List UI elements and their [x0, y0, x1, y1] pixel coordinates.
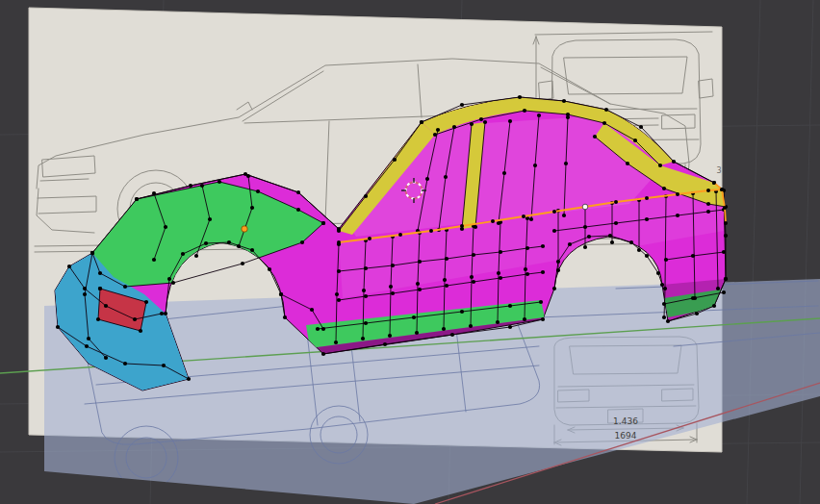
mesh-vertex — [250, 206, 254, 210]
mesh-vertex — [98, 271, 102, 275]
mesh-vertex — [529, 217, 533, 221]
mesh-vertex — [321, 221, 325, 225]
mesh-vertex — [508, 304, 512, 308]
mesh-vertex — [583, 245, 587, 249]
mesh-vertex — [497, 271, 500, 275]
mesh-vertex — [425, 177, 429, 181]
mesh-vertex — [564, 162, 568, 165]
mesh-vertex — [552, 210, 556, 214]
mesh-vertex — [56, 325, 60, 329]
mesh-vertex — [556, 268, 560, 272]
mesh-vertex — [508, 119, 512, 123]
mesh-vertex — [391, 264, 395, 267]
mesh-vertex — [283, 315, 287, 319]
mesh-vertex — [604, 108, 608, 112]
mesh-vertex — [691, 296, 695, 300]
object-origin-dot — [242, 226, 247, 232]
mesh-vertex — [444, 175, 448, 179]
mesh-vertex — [656, 271, 660, 275]
mesh-vertex — [537, 113, 541, 117]
mesh-vertex — [123, 362, 127, 365]
mesh-vertex — [335, 292, 339, 296]
mesh-vertex — [204, 241, 208, 245]
mesh-vertex — [525, 246, 529, 250]
mesh-vertex — [539, 300, 543, 304]
mesh-vertex — [250, 248, 254, 252]
mesh-vertex — [541, 270, 545, 274]
mesh-vertex — [499, 276, 502, 280]
mesh-vertex — [337, 229, 341, 233]
mesh-vertex — [645, 196, 649, 200]
mesh-vertex — [706, 189, 710, 192]
mesh-vertex — [104, 356, 108, 360]
mesh-vertex — [445, 284, 448, 288]
mesh-vertex — [660, 283, 664, 287]
mesh-vertex — [610, 240, 614, 244]
mesh-vertex — [524, 267, 527, 271]
mesh-vertex — [164, 225, 167, 229]
mesh-vertex — [562, 99, 566, 103]
mesh-vertex — [470, 275, 474, 279]
mesh-vertex — [420, 120, 423, 124]
mesh-vertex — [716, 287, 720, 290]
mesh-vertex — [368, 237, 372, 240]
mesh-vertex — [706, 202, 710, 206]
mesh-vertex — [602, 121, 606, 125]
mesh-vertex — [436, 128, 440, 132]
mesh-vertex — [691, 254, 695, 258]
mesh-vertex — [552, 287, 556, 290]
mesh-vertex — [666, 319, 670, 323]
mesh-vertex — [491, 219, 495, 223]
mesh-vertex — [90, 251, 94, 255]
mesh-vertex — [469, 324, 473, 328]
mesh-vertex — [162, 364, 166, 367]
mesh-vertex — [171, 281, 175, 285]
mesh-vertex — [296, 190, 300, 194]
mesh-vertex — [614, 221, 618, 225]
mesh-vertex — [334, 340, 338, 344]
3d-viewport[interactable]: 1.436 1694 3 — [0, 0, 820, 504]
mesh-vertex — [164, 312, 167, 315]
mesh-vertex — [522, 214, 525, 218]
mesh-vertex — [160, 312, 164, 315]
mesh-vertex — [496, 320, 500, 324]
mesh-vertex — [724, 277, 728, 281]
mesh-vertex — [645, 254, 649, 258]
mesh-vertex — [364, 194, 368, 198]
dimension-label-partial: 3 — [716, 166, 721, 175]
mesh-vertex — [695, 312, 699, 315]
mesh-vertex — [608, 234, 612, 238]
mesh-vertex — [412, 315, 416, 319]
mesh-vertex — [104, 304, 108, 308]
mesh-vertex — [633, 139, 637, 142]
mesh-vertex — [508, 325, 512, 329]
mesh-vertex — [152, 191, 156, 195]
mesh-vertex — [499, 250, 502, 254]
mesh-vertex — [429, 229, 433, 233]
mesh-vertex — [218, 180, 221, 184]
mesh-vertex — [362, 289, 366, 292]
mesh-vertex — [541, 317, 545, 321]
viewport-canvas[interactable]: 1.436 1694 3 — [0, 0, 820, 504]
mesh-vertex — [208, 217, 212, 221]
mesh-vertex — [450, 333, 454, 337]
mesh-vertex — [316, 327, 320, 331]
mesh-vertex — [296, 208, 300, 212]
mesh-vertex — [194, 254, 198, 258]
mesh-vertex — [562, 214, 566, 217]
dimension-label-secondary: 1694 — [615, 431, 637, 441]
mesh-vertex — [144, 300, 148, 304]
mesh-vertex — [533, 164, 537, 167]
mesh-vertex — [662, 315, 666, 319]
mesh-vertex — [442, 327, 446, 331]
mesh-vertex — [337, 240, 341, 244]
mesh-vertex — [664, 258, 668, 262]
mesh-vertex — [614, 200, 618, 204]
mesh-vertex — [181, 252, 185, 256]
mesh-vertex — [583, 225, 587, 229]
mesh-vertex — [98, 287, 102, 290]
mesh-vertex — [268, 267, 271, 271]
mesh-vertex — [568, 242, 572, 246]
mesh-vertex — [189, 184, 192, 188]
mesh-vertex — [502, 171, 506, 175]
